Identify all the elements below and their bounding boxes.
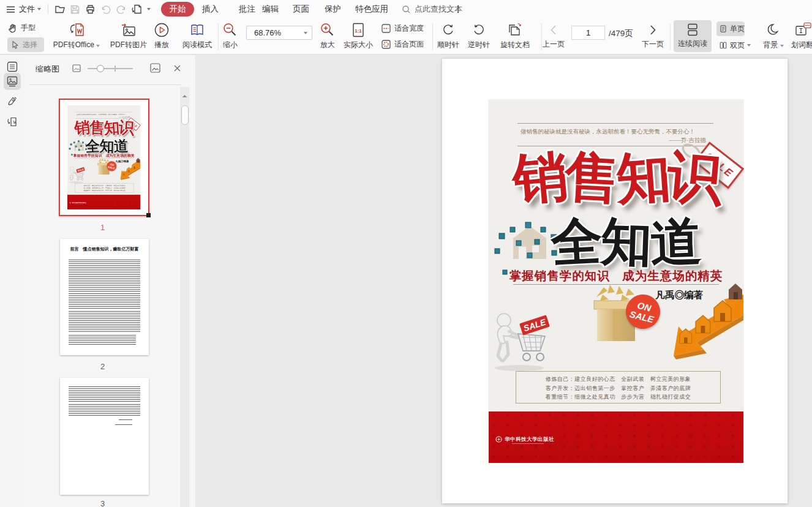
cover-subtitle: 掌握销售学的知识 成为生意场的精英 <box>67 154 140 159</box>
hamburger-menu-icon[interactable] <box>6 0 16 18</box>
annotation-panel-icon[interactable] <box>7 96 18 107</box>
page-number-input[interactable] <box>571 26 605 40</box>
tab-page[interactable]: 页面 <box>293 0 309 18</box>
cover-title-red: 销售知识 <box>67 119 140 136</box>
undo-icon[interactable] <box>100 0 111 18</box>
actual-size-icon: 1:1 <box>351 22 366 38</box>
chevron-right-icon <box>647 24 658 36</box>
document-area: 做销售的秘诀就是没有秘诀，永远朝前看！要心无旁骛，不要分心！ ——乔·吉拉德 S… <box>195 55 812 507</box>
zoom-in-button[interactable]: 放大 <box>318 22 337 50</box>
cart-figure-illustration: SALE <box>67 165 87 184</box>
continuous-reading-button[interactable]: 连续阅读 <box>674 20 712 52</box>
double-page-icon <box>720 40 727 50</box>
thumbnail-item-2[interactable]: 前言 懂点销售知识，赚取亿万财富 <box>60 239 149 355</box>
background-button[interactable]: 背景 <box>758 22 789 50</box>
cover-title-black: 全知道 <box>489 215 743 269</box>
panel-title: 缩略图 <box>36 64 59 75</box>
pdf-to-office-button[interactable]: ​PDF转Office <box>49 22 104 50</box>
cover-footer: 华中科技大学出版社 <box>489 411 743 463</box>
select-tool-button[interactable]: 选择 <box>7 37 44 52</box>
search-box[interactable]: 点此查找文本 <box>402 0 462 18</box>
cover-author: 凡禹◎编著 <box>656 289 704 302</box>
hand-tool-button[interactable]: 手型 <box>7 23 36 33</box>
thumbnail-page-number: 2 <box>24 362 181 371</box>
rotate-document-button[interactable]: 旋转文档 <box>496 22 534 50</box>
tab-special-apps[interactable]: 特色应用 <box>355 0 388 18</box>
fit-page-button[interactable]: 适合页面 <box>381 39 424 50</box>
search-icon <box>402 5 411 14</box>
thumb2-title: 前言 懂点销售知识，赚取亿万财富 <box>67 246 141 252</box>
tab-start[interactable]: 开始 <box>161 2 194 17</box>
rotate-doc-icon <box>506 22 524 38</box>
hand-icon <box>7 23 18 33</box>
prev-page-button[interactable]: 上一页 <box>543 24 565 50</box>
thumbnail-small-icon <box>72 64 81 72</box>
tab-protect[interactable]: 保护 <box>325 0 341 18</box>
continuous-reading-icon <box>685 23 700 37</box>
reading-mode-button[interactable]: 阅读模式 <box>180 22 214 50</box>
panel-scrollbar[interactable] <box>180 87 189 507</box>
cover-bullets: 修炼自己：建立良好的心态 全副武装 树立完美的形象 客户开发：迈出销售第一步 掌… <box>75 183 134 192</box>
more-options-icon[interactable] <box>457 0 459 18</box>
pdf-to-image-icon <box>121 22 137 38</box>
book-cover: 做销售的秘诀就是没有秘诀，永远朝前看！要心无旁骛，不要分心！ ——乔·吉拉德 S… <box>489 100 743 463</box>
thumbnail-item-3[interactable] <box>60 378 149 495</box>
background-moon-icon <box>766 22 781 38</box>
redo-icon[interactable] <box>116 0 127 18</box>
thumbnail-panel-icon[interactable] <box>7 76 18 87</box>
thumbnail-item-1[interactable]: 做销售的秘诀就是没有秘诀，永远朝前看！要心无旁骛，不要分心！ ——乔·吉拉德 S… <box>59 99 149 216</box>
zoom-level-combobox[interactable]: 68.76% <box>246 26 312 40</box>
thumbnail-size-slider[interactable] <box>88 68 133 69</box>
cover-quote: 做销售的秘诀就是没有秘诀，永远朝前看！要心无旁骛，不要分心！ <box>521 128 723 136</box>
single-page-button[interactable]: 单页 <box>716 21 745 36</box>
rotate-cw-icon <box>440 22 456 38</box>
thumbnail-panel: 缩略图 做销售的秘诀就是没有秘诀，永远朝前看！要心无旁骛，不要分心！ ——乔·吉… <box>24 55 195 507</box>
file-menu[interactable]: 文件 <box>19 0 41 18</box>
close-panel-icon[interactable] <box>173 64 181 72</box>
tab-insert[interactable]: 插入 <box>202 0 219 18</box>
menu-bar: 文件 开始 插入 批注 编辑 页面 保护 特色应用 点此查找文本 <box>0 0 812 18</box>
open-file-icon[interactable] <box>55 0 66 18</box>
thumbnail-page-number: 3 <box>24 499 181 507</box>
fit-width-icon <box>381 23 391 34</box>
publisher-name: 华中科技大学出版社 <box>505 436 554 443</box>
play-button[interactable]: 播放 <box>151 22 173 50</box>
export-panel-icon[interactable] <box>7 116 18 127</box>
reading-mode-icon <box>189 22 206 38</box>
next-page-button[interactable]: 下一页 <box>642 24 664 50</box>
cart-figure-illustration: SALE <box>489 307 556 373</box>
export-doc-icon[interactable] <box>131 0 143 18</box>
thumbnail-page-number: 1 <box>24 223 181 232</box>
tab-annotate[interactable]: 批注 <box>239 0 255 18</box>
translate-button[interactable]: 划词翻译 <box>791 22 812 50</box>
single-page-icon <box>720 24 727 34</box>
fit-width-button[interactable]: 适合宽度 <box>381 23 424 34</box>
zoom-in-icon <box>320 22 336 38</box>
scroll-up-icon[interactable] <box>182 94 187 98</box>
zoom-out-icon <box>222 22 238 38</box>
rotate-clockwise-button[interactable]: 顺时针 <box>435 22 462 50</box>
cover-bullets: 修炼自己：建立良好的心态 全副武装 树立完美的形象 客户开发：迈出销售第一步 掌… <box>516 371 721 404</box>
save-icon[interactable] <box>70 0 80 18</box>
play-icon <box>154 22 170 38</box>
pdf-to-image-button[interactable]: PDF转图片 <box>108 22 149 50</box>
quickbar-chevron-icon[interactable] <box>147 0 151 18</box>
cursor-icon <box>10 40 20 50</box>
sidebar-icon-strip <box>0 55 24 507</box>
actual-size-button[interactable]: 1:1 实际大小 <box>342 22 375 50</box>
double-page-button[interactable]: 双页 <box>716 38 751 53</box>
thumbnail-resize-handle[interactable] <box>146 213 151 217</box>
rotate-ccw-icon <box>471 22 487 38</box>
outline-panel-icon[interactable] <box>7 61 18 72</box>
pdf-page[interactable]: 做销售的秘诀就是没有秘诀，永远朝前看！要心无旁骛，不要分心！ ——乔·吉拉德 S… <box>442 59 788 503</box>
scrollbar-thumb[interactable] <box>181 105 189 125</box>
cover-author: 凡禹◎编著 <box>115 160 129 163</box>
publisher-logo <box>69 202 71 204</box>
tab-edit[interactable]: 编辑 <box>262 0 279 18</box>
print-icon[interactable] <box>85 0 96 18</box>
publisher-logo <box>495 436 502 443</box>
zoom-out-button[interactable]: 缩小 <box>220 22 240 50</box>
rotate-counterclockwise-button[interactable]: 逆时针 <box>465 22 492 50</box>
slider-handle[interactable] <box>97 65 104 72</box>
pdf-to-office-icon <box>69 22 85 38</box>
